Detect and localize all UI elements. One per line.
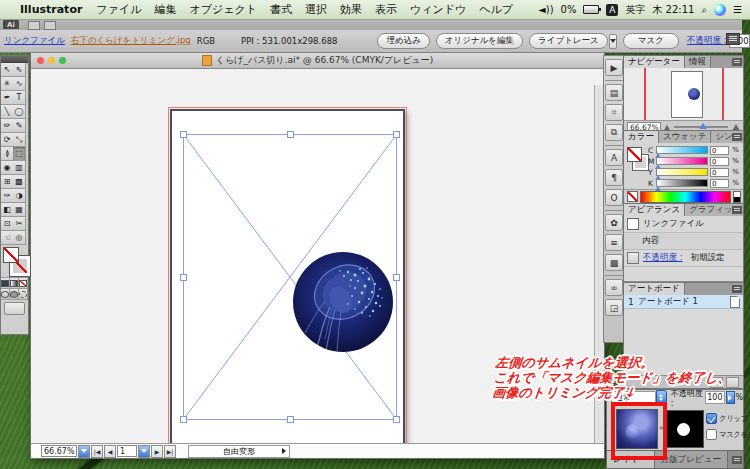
live-paint-selection-tool[interactable]: ▦: [13, 203, 26, 217]
ellipse-tool[interactable]: ◯: [13, 105, 26, 119]
handle-top-right[interactable]: [393, 131, 400, 138]
tab-appearance[interactable]: アピアランス: [624, 204, 685, 216]
spotlight-icon[interactable]: ⌕: [701, 4, 707, 16]
scale-tool[interactable]: ⤡: [13, 133, 26, 147]
channel-c-slider[interactable]: [656, 146, 708, 154]
handle-top-left[interactable]: [180, 131, 187, 138]
notification-center-icon[interactable]: ☰: [733, 4, 742, 15]
appearance-eye-icon[interactable]: [627, 252, 639, 264]
direct-selection-tool[interactable]: ⇖: [13, 63, 26, 77]
links-panel-icon[interactable]: ∞: [605, 279, 623, 296]
menu-app-name[interactable]: Illustrator: [20, 3, 82, 16]
handle-bottom-right[interactable]: [393, 416, 400, 423]
color-guide-icon[interactable]: ▶: [605, 59, 623, 76]
channel-y-slider[interactable]: [656, 168, 708, 176]
gradient-button[interactable]: [10, 278, 19, 288]
appearance-item-row[interactable]: リンクファイル: [624, 216, 743, 233]
stroke-panel-icon[interactable]: ≡: [605, 234, 623, 251]
handle-bottom-center[interactable]: [287, 416, 294, 423]
handle-bottom-left[interactable]: [180, 416, 187, 423]
live-trace-dropdown-icon[interactable]: [609, 34, 617, 49]
opacity-label[interactable]: 不透明度 :: [687, 35, 727, 47]
linked-file-label[interactable]: リンクファイル: [4, 35, 65, 47]
appearance-opacity-row[interactable]: 不透明度 : 初期設定: [624, 250, 743, 267]
pathfinder-panel-icon[interactable]: ⧉: [605, 124, 623, 141]
paragraph-panel-icon[interactable]: ¶: [605, 169, 623, 186]
page-dropdown-icon[interactable]: [138, 445, 150, 458]
channel-k-slider[interactable]: [656, 179, 708, 187]
clip-checkbox[interactable]: [706, 413, 717, 424]
pencil-tool[interactable]: ✎: [13, 119, 26, 133]
draw-normal-icon[interactable]: [1, 289, 10, 299]
zoom-out-icon[interactable]: [664, 125, 670, 130]
input-mode-label[interactable]: 英字: [625, 3, 645, 17]
current-tool-readout[interactable]: 自由変形: [188, 445, 290, 458]
menu-edit[interactable]: 編集: [154, 2, 176, 17]
zoom-window-icon[interactable]: [59, 57, 66, 64]
tab-navigator[interactable]: ナビゲーター: [624, 56, 685, 68]
artboard-page-icon[interactable]: [730, 296, 740, 308]
tab-info[interactable]: 情報: [685, 56, 711, 68]
menu-type[interactable]: 書式: [270, 2, 292, 17]
status-zoom-field[interactable]: 66.67%: [41, 445, 77, 457]
opentype-panel-icon[interactable]: O: [605, 189, 623, 206]
menu-window[interactable]: ウィンドウ: [410, 2, 466, 17]
siri-icon[interactable]: [714, 4, 726, 16]
channel-y-value[interactable]: 0: [710, 168, 729, 177]
layers-menu-icon[interactable]: [732, 456, 742, 464]
mask-button[interactable]: マスク: [623, 33, 679, 49]
appearance-contents-row[interactable]: 内容: [624, 233, 743, 250]
appearance-opacity-link[interactable]: 不透明度 :: [643, 252, 683, 264]
free-transform-tool[interactable]: ⬚: [13, 147, 26, 161]
character-panel-icon[interactable]: A: [605, 149, 623, 166]
artboard-row[interactable]: 1 アートボード 1: [624, 295, 743, 309]
none-swatch-icon[interactable]: [627, 191, 638, 202]
handle-middle-right[interactable]: [393, 274, 400, 281]
align-panel-icon[interactable]: ▤: [605, 84, 623, 101]
navigator-preview[interactable]: [624, 68, 743, 121]
tab-artboards[interactable]: アートボード: [624, 283, 685, 295]
channel-m-value[interactable]: 0: [710, 157, 729, 166]
jellyfish-image[interactable]: [292, 251, 394, 353]
minimize-window-icon[interactable]: [48, 57, 55, 64]
battery-icon[interactable]: [583, 5, 599, 14]
zoom-slider-thumb[interactable]: [699, 123, 707, 129]
live-trace-button[interactable]: ライブトレース: [529, 33, 608, 49]
status-zoom-dropdown-icon[interactable]: [78, 445, 90, 458]
menu-view[interactable]: 表示: [375, 2, 397, 17]
input-source-icon[interactable]: A: [606, 4, 618, 16]
artboards-menu-icon[interactable]: [732, 285, 742, 293]
linked-file-name[interactable]: 右下のくらげをトリミング.jpg: [71, 35, 191, 47]
bridge-icon[interactable]: [28, 21, 40, 30]
control-bar-menu-icon[interactable]: [726, 33, 740, 45]
first-page-icon[interactable]: |◀: [91, 445, 103, 458]
tab-color[interactable]: カラー: [624, 131, 659, 143]
navigator-zoom-slider[interactable]: [674, 126, 728, 128]
channel-k-value[interactable]: 0: [710, 179, 729, 188]
page-number-field[interactable]: 1: [117, 445, 137, 457]
tab-swatches[interactable]: スウォッチ: [659, 131, 712, 143]
draw-inside-icon[interactable]: [19, 289, 28, 299]
color-fill-indicator[interactable]: [627, 147, 642, 162]
channel-m-slider[interactable]: [656, 157, 708, 165]
transparency-panel-icon[interactable]: ◲: [605, 299, 623, 316]
menu-effect[interactable]: 効果: [340, 2, 362, 17]
color-spectrum-bar[interactable]: [640, 191, 731, 203]
gradient-panel-icon[interactable]: ▩: [605, 254, 623, 271]
white-black-swatch[interactable]: [733, 191, 741, 203]
prev-page-icon[interactable]: ◀: [104, 445, 116, 458]
blend-tool[interactable]: ◑: [13, 189, 26, 203]
tools-panel-grip[interactable]: [1, 56, 28, 63]
channel-c-value[interactable]: 0: [710, 146, 729, 155]
zoom-tool[interactable]: ◎: [13, 231, 26, 245]
last-page-icon[interactable]: ▶|: [164, 445, 176, 458]
volume-icon[interactable]: ◄)): [538, 4, 554, 15]
graph-tool[interactable]: ▥: [13, 161, 26, 175]
screen-mode-button[interactable]: [4, 302, 25, 315]
slice-tool[interactable]: ✂: [13, 217, 26, 231]
navigator-menu-icon[interactable]: [732, 58, 742, 66]
transform-panel-icon[interactable]: ⌗: [605, 104, 623, 121]
handle-top-center[interactable]: [287, 131, 294, 138]
menu-clock[interactable]: 木 22:11: [652, 3, 694, 17]
embed-button[interactable]: 埋め込み: [377, 33, 429, 49]
